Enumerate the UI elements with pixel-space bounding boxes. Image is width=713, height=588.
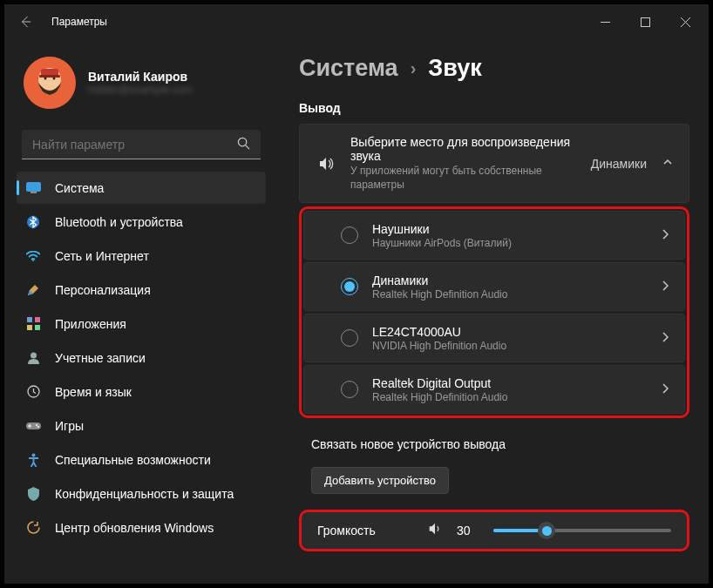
nav-item-update[interactable]: Центр обновления Windows xyxy=(17,511,266,544)
volume-block: Громкость 30 xyxy=(299,510,689,551)
speaker-icon xyxy=(316,155,336,172)
volume-slider[interactable] xyxy=(493,522,671,539)
personalize-icon xyxy=(25,282,41,298)
svg-point-19 xyxy=(35,423,37,425)
nav-item-personalize[interactable]: Персонализация xyxy=(17,274,266,306)
nav-item-label: Специальные возможности xyxy=(55,453,211,467)
svg-point-5 xyxy=(44,78,47,80)
svg-rect-14 xyxy=(27,325,32,330)
search-icon xyxy=(237,137,250,152)
svg-point-6 xyxy=(53,78,56,80)
nav-item-label: Учетные записи xyxy=(55,351,146,365)
nav-item-access[interactable]: Специальные возможности xyxy=(17,443,266,476)
volume-label: Громкость xyxy=(317,524,413,537)
radio-button[interactable] xyxy=(341,278,358,295)
device-name: LE24CT4000AU xyxy=(372,325,648,339)
user-email: hidden@example.com xyxy=(88,84,193,96)
nav-item-apps[interactable]: Приложения xyxy=(17,308,266,340)
nav-list: СистемаBluetooth и устройстваСеть и Инте… xyxy=(17,172,275,544)
output-device-row[interactable]: LE24CT4000AU NVIDIA High Definition Audi… xyxy=(303,314,685,362)
bluetooth-icon xyxy=(25,214,41,230)
access-icon xyxy=(25,452,41,468)
nav-item-time[interactable]: Время и язык xyxy=(17,375,266,408)
main-content: Система › Звук Вывод Выберите место для … xyxy=(275,39,709,584)
nav-item-label: Сеть и Интернет xyxy=(55,249,149,263)
nav-item-gaming[interactable]: Игры xyxy=(17,409,266,442)
chevron-right-icon xyxy=(662,383,669,396)
search-input[interactable] xyxy=(32,138,237,152)
output-header-title: Выберите место для воспроизведения звука xyxy=(350,135,577,163)
nav-item-label: Bluetooth и устройства xyxy=(55,215,183,229)
svg-rect-12 xyxy=(27,317,32,322)
volume-icon[interactable] xyxy=(427,521,443,540)
svg-rect-8 xyxy=(26,183,40,192)
nav-item-system[interactable]: Система xyxy=(17,172,266,204)
device-name: Наушники xyxy=(372,222,648,236)
gaming-icon xyxy=(25,418,41,434)
nav-item-label: Персонализация xyxy=(55,283,151,297)
output-device-list: Наушники Наушники AirPods (Виталий) Дина… xyxy=(299,206,689,418)
chevron-right-icon xyxy=(662,332,669,345)
output-selected-label: Динамики xyxy=(591,157,647,171)
output-device-row[interactable]: Динамики Realtek High Definition Audio xyxy=(303,262,685,311)
output-device-row[interactable]: Realtek Digital Output Realtek High Defi… xyxy=(303,365,685,414)
system-icon xyxy=(25,180,41,196)
svg-rect-4 xyxy=(39,75,60,78)
breadcrumb: Система › Звук xyxy=(299,55,689,82)
chevron-right-icon xyxy=(662,280,669,294)
chevron-up-icon xyxy=(662,157,673,170)
nav-item-label: Центр обновления Windows xyxy=(55,521,214,535)
nav-item-label: Система xyxy=(55,181,104,195)
svg-point-11 xyxy=(32,260,34,261)
nav-item-network[interactable]: Сеть и Интернет xyxy=(17,240,266,272)
search-box[interactable] xyxy=(22,130,261,159)
network-icon xyxy=(25,248,41,264)
accounts-icon xyxy=(25,350,41,366)
chevron-right-icon xyxy=(662,229,669,242)
svg-point-20 xyxy=(37,425,38,427)
device-name: Realtek Digital Output xyxy=(372,376,648,390)
privacy-icon xyxy=(25,486,41,502)
radio-button[interactable] xyxy=(341,226,358,244)
user-block[interactable]: Виталий Каиров hidden@example.com xyxy=(17,46,275,125)
radio-button[interactable] xyxy=(341,381,358,398)
device-subtitle: NVIDIA High Definition Audio xyxy=(372,340,648,352)
output-section-label: Вывод xyxy=(299,101,689,115)
svg-rect-13 xyxy=(35,317,40,322)
nav-item-label: Приложения xyxy=(55,317,126,331)
nav-item-label: Игры xyxy=(55,419,84,433)
slider-thumb[interactable] xyxy=(538,522,555,539)
device-subtitle: Realtek High Definition Audio xyxy=(372,288,648,301)
svg-point-7 xyxy=(238,138,246,145)
output-header-subtitle: У приложений могут быть собственные пара… xyxy=(350,164,577,192)
nav-item-accounts[interactable]: Учетные записи xyxy=(17,341,266,374)
volume-value: 30 xyxy=(457,524,479,537)
device-subtitle: Наушники AirPods (Виталий) xyxy=(372,237,648,249)
breadcrumb-current: Звук xyxy=(428,55,481,82)
chevron-right-icon: › xyxy=(411,58,417,78)
nav-item-bluetooth[interactable]: Bluetooth и устройства xyxy=(17,206,266,238)
breadcrumb-parent[interactable]: Система xyxy=(299,55,398,82)
avatar xyxy=(24,57,76,109)
add-device-button[interactable]: Добавить устройство xyxy=(311,467,449,494)
radio-button[interactable] xyxy=(341,329,358,347)
svg-point-16 xyxy=(31,353,37,359)
close-button[interactable] xyxy=(665,4,705,39)
output-header-card[interactable]: Выберите место для воспроизведения звука… xyxy=(299,124,689,203)
titlebar: Параметры xyxy=(4,4,709,39)
sidebar: Виталий Каиров hidden@example.com Систем… xyxy=(4,39,275,584)
update-icon xyxy=(25,520,41,536)
output-device-row[interactable]: Наушники Наушники AirPods (Виталий) xyxy=(303,211,685,260)
maximize-button[interactable] xyxy=(625,4,665,39)
back-button[interactable] xyxy=(8,4,43,39)
svg-rect-0 xyxy=(641,17,649,26)
time-icon xyxy=(25,384,41,400)
window-title: Параметры xyxy=(51,16,107,28)
minimize-button[interactable] xyxy=(585,4,625,39)
apps-icon xyxy=(25,316,41,332)
nav-item-privacy[interactable]: Конфиденциальность и защита xyxy=(17,477,266,510)
user-name: Виталий Каиров xyxy=(88,70,193,84)
svg-rect-9 xyxy=(31,192,37,193)
device-name: Динамики xyxy=(372,274,648,287)
svg-point-21 xyxy=(31,453,35,456)
